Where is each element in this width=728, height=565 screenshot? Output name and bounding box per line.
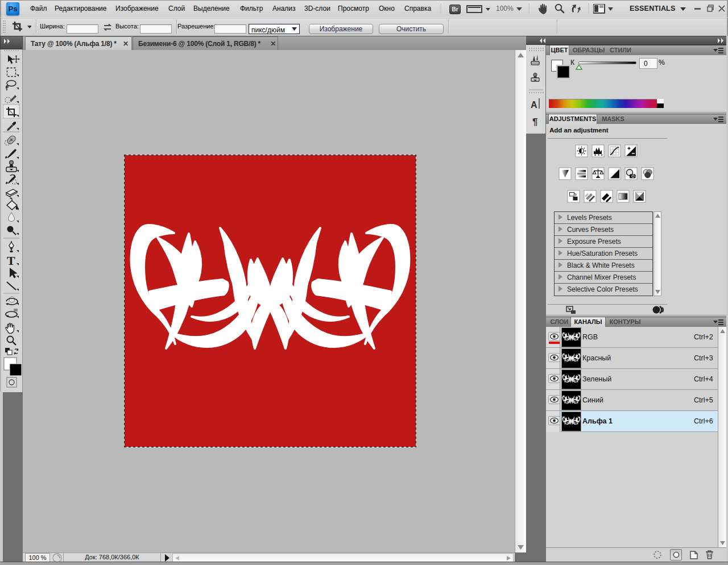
svg-text:A: A <box>531 100 537 110</box>
svg-text:T: T <box>7 254 15 268</box>
svg-text:¶: ¶ <box>532 117 537 127</box>
